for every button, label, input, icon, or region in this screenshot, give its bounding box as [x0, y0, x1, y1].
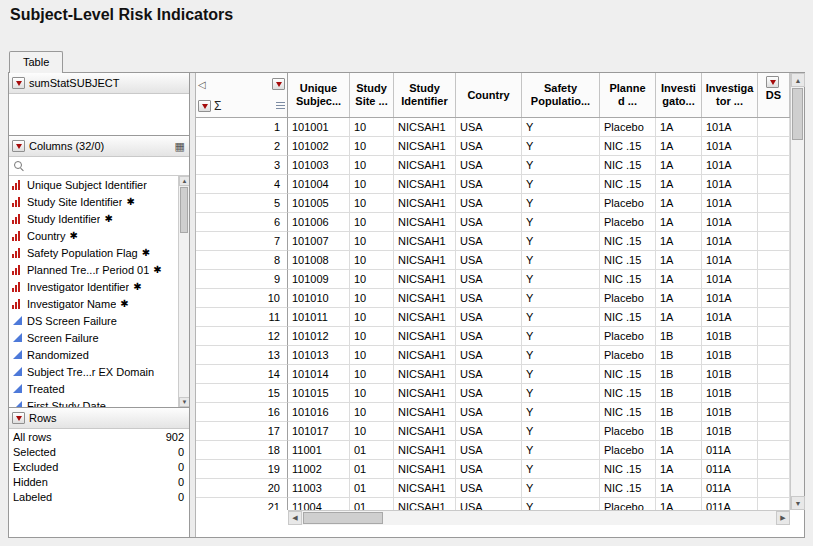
cell[interactable]: USA — [456, 232, 522, 251]
cell[interactable]: USA — [456, 213, 522, 232]
cell[interactable]: NICSAH1 — [394, 137, 456, 156]
cell[interactable] — [758, 213, 790, 232]
cell[interactable]: NICSAH1 — [394, 479, 456, 498]
cell[interactable]: NICSAH1 — [394, 327, 456, 346]
columns-list-scrollbar[interactable]: ▲ ▼ — [178, 176, 189, 407]
cell[interactable] — [758, 175, 790, 194]
rows-stat-row[interactable]: Labeled0 — [9, 489, 189, 504]
row-number[interactable]: 2 — [196, 137, 288, 156]
cell[interactable]: 101B — [702, 403, 758, 422]
cell[interactable]: 1A — [656, 232, 702, 251]
column-header[interactable]: Investiga tor ... — [702, 73, 758, 117]
cell[interactable]: USA — [456, 327, 522, 346]
cell[interactable]: Y — [522, 403, 600, 422]
cell[interactable]: NIC .15 — [600, 384, 656, 403]
red-triangle-icon[interactable] — [198, 100, 211, 112]
cell[interactable] — [758, 384, 790, 403]
cell[interactable]: NICSAH1 — [394, 175, 456, 194]
cell[interactable]: 10 — [350, 346, 394, 365]
cell[interactable]: USA — [456, 308, 522, 327]
cell[interactable]: NIC .15 — [600, 175, 656, 194]
cell[interactable]: 101B — [702, 346, 758, 365]
column-list-item[interactable]: Investigator Identifier✱ — [9, 278, 189, 295]
rows-stat-row[interactable]: Hidden0 — [9, 474, 189, 489]
cell[interactable]: 1A — [656, 479, 702, 498]
cell[interactable]: 101004 — [288, 175, 350, 194]
cell[interactable]: NIC .15 — [600, 403, 656, 422]
cell[interactable]: Y — [522, 479, 600, 498]
cell[interactable]: Y — [522, 327, 600, 346]
red-triangle-icon[interactable] — [272, 78, 285, 90]
cell[interactable]: 10 — [350, 213, 394, 232]
cell[interactable]: 101003 — [288, 156, 350, 175]
column-list-item[interactable]: Screen Failure — [9, 329, 189, 346]
cell[interactable]: 101A — [702, 194, 758, 213]
cell[interactable]: USA — [456, 403, 522, 422]
cell[interactable]: 1A — [656, 441, 702, 460]
column-list-item[interactable]: Treated — [9, 380, 189, 397]
cell[interactable]: 1A — [656, 270, 702, 289]
column-list-item[interactable]: Unique Subject Identifier — [9, 176, 189, 193]
cell[interactable]: 1A — [656, 460, 702, 479]
cell[interactable]: 101A — [702, 118, 758, 137]
cell[interactable] — [758, 194, 790, 213]
cell[interactable]: Y — [522, 289, 600, 308]
columns-search-input[interactable] — [29, 159, 189, 174]
cell[interactable]: 101A — [702, 270, 758, 289]
cell[interactable]: NIC .15 — [600, 232, 656, 251]
cell[interactable]: 10 — [350, 289, 394, 308]
cell[interactable] — [758, 498, 790, 510]
cell[interactable]: Y — [522, 194, 600, 213]
cell[interactable] — [758, 156, 790, 175]
cell[interactable]: NICSAH1 — [394, 365, 456, 384]
row-number[interactable]: 11 — [196, 308, 288, 327]
cell[interactable]: 101016 — [288, 403, 350, 422]
cell[interactable]: USA — [456, 346, 522, 365]
cell[interactable]: 101007 — [288, 232, 350, 251]
cell[interactable]: 101001 — [288, 118, 350, 137]
cell[interactable] — [758, 308, 790, 327]
cell[interactable]: Y — [522, 498, 600, 510]
cell[interactable]: NICSAH1 — [394, 270, 456, 289]
cell[interactable]: NICSAH1 — [394, 460, 456, 479]
cell[interactable]: 10 — [350, 175, 394, 194]
cell[interactable]: 101014 — [288, 365, 350, 384]
cell[interactable] — [758, 346, 790, 365]
cell[interactable]: 11002 — [288, 460, 350, 479]
cell[interactable]: 1A — [656, 251, 702, 270]
horizontal-scrollbar[interactable]: ◀ ▶ — [288, 510, 790, 525]
row-number[interactable]: 3 — [196, 156, 288, 175]
scroll-left-icon[interactable]: ◀ — [288, 511, 302, 525]
cell[interactable]: Placebo — [600, 498, 656, 510]
row-number[interactable]: 21 — [196, 498, 288, 510]
scrollbar-thumb[interactable] — [180, 187, 188, 233]
cell[interactable]: 1A — [656, 156, 702, 175]
row-number[interactable]: 9 — [196, 270, 288, 289]
cell[interactable]: Placebo — [600, 213, 656, 232]
column-header[interactable]: Study Identifier — [394, 73, 456, 117]
column-list-item[interactable]: Study Identifier✱ — [9, 210, 189, 227]
red-triangle-icon[interactable] — [12, 77, 25, 89]
cell[interactable]: 1A — [656, 118, 702, 137]
cell[interactable]: 10 — [350, 384, 394, 403]
cell[interactable]: Y — [522, 308, 600, 327]
rows-stat-row[interactable]: Selected0 — [9, 444, 189, 459]
cell[interactable]: 101011 — [288, 308, 350, 327]
cell[interactable]: 101005 — [288, 194, 350, 213]
scroll-right-icon[interactable]: ▶ — [776, 511, 790, 525]
cell[interactable]: Y — [522, 118, 600, 137]
cell[interactable]: Y — [522, 251, 600, 270]
cell[interactable]: Y — [522, 384, 600, 403]
cell[interactable]: 1B — [656, 327, 702, 346]
cell[interactable]: 10 — [350, 365, 394, 384]
cell[interactable]: USA — [456, 194, 522, 213]
cell[interactable]: 011A — [702, 460, 758, 479]
cell[interactable]: 1B — [656, 403, 702, 422]
cell[interactable]: 011A — [702, 441, 758, 460]
cell[interactable] — [758, 365, 790, 384]
column-list-item[interactable]: DS Screen Failure — [9, 312, 189, 329]
cell[interactable]: Y — [522, 422, 600, 441]
scroll-up-icon[interactable]: ▲ — [791, 73, 805, 87]
row-number[interactable]: 6 — [196, 213, 288, 232]
cell[interactable]: 01 — [350, 498, 394, 510]
